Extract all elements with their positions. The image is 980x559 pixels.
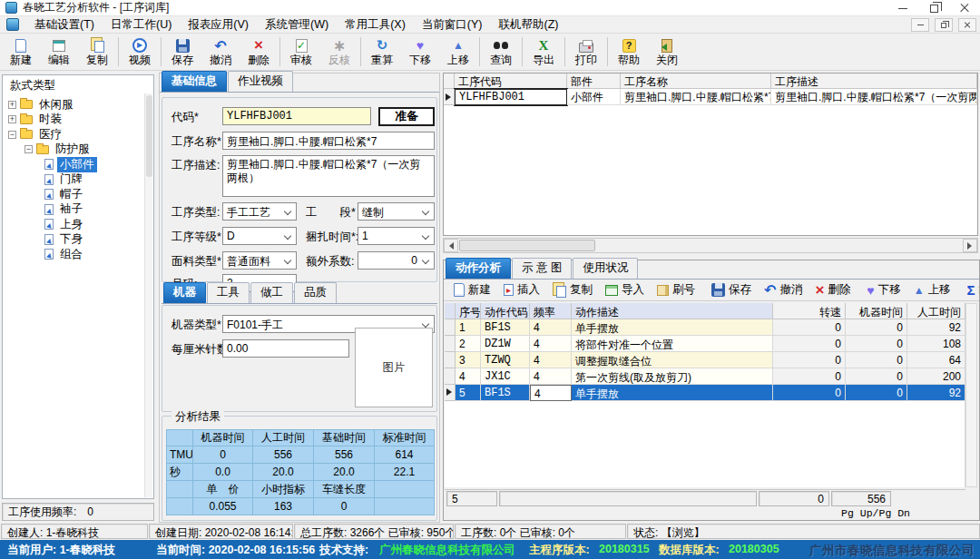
move-up-button[interactable]: ▲上移 xyxy=(439,34,477,70)
action-move-up-button[interactable]: ▲上移 xyxy=(907,280,957,299)
export-button[interactable]: X导出 xyxy=(524,34,563,70)
cell-action-desc[interactable]: 单手摆放 xyxy=(572,319,773,336)
tab-operation-video[interactable]: 作业视频 xyxy=(228,71,293,92)
cell-action-code[interactable]: JX1C xyxy=(481,368,530,385)
cell-frequency-editing[interactable]: 4 xyxy=(530,385,572,401)
expand-icon[interactable]: + xyxy=(8,101,16,109)
menu-online-help[interactable]: 联机帮助(Z) xyxy=(490,16,566,34)
mdi-close-button[interactable] xyxy=(958,18,976,32)
print-button[interactable]: 打印 xyxy=(567,34,605,70)
tab-basic-info[interactable]: 基础信息 xyxy=(162,71,227,92)
menu-reports[interactable]: 报表应用(V) xyxy=(180,16,257,34)
menu-common-tools[interactable]: 常用工具(X) xyxy=(337,16,414,34)
close-button[interactable] xyxy=(949,0,980,16)
undo-button[interactable]: ↶撤消 xyxy=(201,34,240,70)
action-new-button[interactable]: 新建 xyxy=(447,280,497,299)
collapse-icon[interactable]: − xyxy=(8,131,16,139)
action-delete-button[interactable]: ×删除 xyxy=(808,280,857,299)
cell-action-code[interactable]: TZWQ xyxy=(481,352,530,368)
new-button[interactable]: 新建 xyxy=(2,34,40,70)
edit-button[interactable]: 编辑 xyxy=(40,34,78,70)
menu-current-window[interactable]: 当前窗口(Y) xyxy=(414,16,491,34)
col-labor-time[interactable]: 人工时间 xyxy=(907,303,965,319)
move-down-button[interactable]: ♥下移 xyxy=(401,34,439,70)
col-component[interactable]: 部件 xyxy=(567,74,621,89)
close-window-button[interactable]: 关闭 xyxy=(648,34,686,70)
cell-speed[interactable]: 0 xyxy=(773,336,846,352)
collapse-icon[interactable]: − xyxy=(24,145,33,153)
minimize-button[interactable] xyxy=(887,0,918,16)
action-grid-vscrollbar[interactable] xyxy=(965,303,977,487)
cell-machine-time[interactable]: 0 xyxy=(846,336,907,352)
cell-action-desc[interactable]: 单手摆放 xyxy=(572,385,773,401)
tab-action-analysis[interactable]: 动作分析 xyxy=(446,258,511,279)
action-insert-button[interactable]: ▸插入 xyxy=(497,280,546,299)
cell-labor-time[interactable]: 64 xyxy=(907,352,965,368)
action-row[interactable]: 4 JX1C 4 第一次剪线(取及放剪刀) 0 0 200 xyxy=(445,368,965,385)
process-name-input[interactable]: 剪里袖口.脚口.中腰.帽口松紧*7 xyxy=(222,132,435,150)
cell-process-code[interactable]: YLFHFBJ001 xyxy=(455,89,567,105)
cell-labor-time[interactable]: 92 xyxy=(907,385,965,401)
cell-frequency[interactable]: 4 xyxy=(530,368,572,385)
cell-seq[interactable]: 2 xyxy=(456,336,481,352)
cell-action-code[interactable]: BF1S xyxy=(481,385,530,401)
cell-process-desc[interactable]: 剪里袖口.脚口.中腰.帽口松紧*7（一次剪两根） xyxy=(771,89,977,105)
action-row-selected[interactable]: 5 BF1S 4 单手摆放 0 0 92 xyxy=(445,385,965,401)
col-frequency[interactable]: 频率 xyxy=(530,303,572,319)
tab-schematic[interactable]: 示 意 图 xyxy=(512,258,572,279)
menu-daily-work[interactable]: 日常工作(U) xyxy=(103,16,180,34)
process-grid-row[interactable]: YLFHFBJ001 小部件 剪里袖口.脚口.中腰.帽口松紧*7 剪里袖口.脚口… xyxy=(444,89,977,105)
cell-speed[interactable]: 0 xyxy=(773,319,846,336)
cell-process-name[interactable]: 剪里袖口.脚口.中腰.帽口松紧*7 xyxy=(621,89,771,105)
fabric-type-select[interactable]: 普通面料 xyxy=(222,251,297,270)
cell-speed[interactable]: 0 xyxy=(773,385,846,401)
tab-usage-status[interactable]: 使用状况 xyxy=(573,258,638,279)
restore-button[interactable] xyxy=(918,0,949,16)
process-grid-hscrollbar[interactable] xyxy=(443,238,978,253)
cell-action-desc[interactable]: 第一次剪线(取及放剪刀) xyxy=(572,368,773,385)
delete-button[interactable]: ×删除 xyxy=(240,34,278,70)
cell-seq[interactable]: 3 xyxy=(456,352,481,368)
cell-component[interactable]: 小部件 xyxy=(567,89,621,105)
col-process-name[interactable]: 工序名称 xyxy=(621,74,771,89)
prepare-button[interactable]: 准备 xyxy=(378,107,435,126)
tree-item-medical[interactable]: −医疗 xyxy=(3,127,153,142)
action-copy-button[interactable]: 复制 xyxy=(546,280,599,299)
col-process-code[interactable]: 工序代码 xyxy=(455,74,567,89)
stitches-per-cm-input[interactable]: 0.00 xyxy=(222,339,349,358)
grade-select[interactable]: D xyxy=(222,227,297,245)
cell-machine-time[interactable]: 0 xyxy=(846,319,907,336)
tree-item-hat[interactable]: 帽子 xyxy=(3,187,153,202)
action-renumber-button[interactable]: 刷号 xyxy=(651,280,701,299)
cell-action-code[interactable]: DZ1W xyxy=(481,336,530,352)
help-button[interactable]: ?帮助 xyxy=(610,34,648,70)
tab-quality[interactable]: 品质 xyxy=(294,282,337,303)
code-input[interactable]: YLFHFBJ001 xyxy=(222,107,371,125)
scrollbar-thumb[interactable] xyxy=(459,240,595,251)
col-action-code[interactable]: 动作代码 xyxy=(481,303,530,319)
tab-tools[interactable]: 工具 xyxy=(207,282,250,303)
mdi-restore-button[interactable] xyxy=(935,18,953,32)
mdi-minimize-button[interactable] xyxy=(911,18,929,32)
cell-machine-time[interactable]: 0 xyxy=(846,368,907,385)
cell-machine-time[interactable]: 0 xyxy=(846,352,907,368)
tree-item-door-plate[interactable]: 门牌 xyxy=(3,172,153,188)
video-button[interactable]: ▶视频 xyxy=(121,34,159,70)
col-action-desc[interactable]: 动作描述 xyxy=(572,303,773,319)
scrollbar-thumb[interactable] xyxy=(146,95,152,177)
recalculate-button[interactable]: ↻重算 xyxy=(363,34,401,70)
cell-speed[interactable]: 0 xyxy=(773,352,846,368)
col-seq[interactable]: 序号 xyxy=(456,303,481,319)
menu-system-admin[interactable]: 系统管理(W) xyxy=(257,16,337,34)
process-desc-textarea[interactable]: 剪里袖口.脚口.中腰.帽口松紧*7（一次剪两根） xyxy=(222,155,435,197)
scroll-left-button[interactable] xyxy=(444,239,458,252)
tree-item-upper-body[interactable]: 上身 xyxy=(3,217,153,232)
scroll-right-button[interactable] xyxy=(963,239,977,252)
tree-item-lower-body[interactable]: 下身 xyxy=(3,232,153,248)
action-undo-button[interactable]: ↶撤消 xyxy=(758,280,808,299)
col-process-desc[interactable]: 工序描述 xyxy=(771,74,977,89)
tree-item-combination[interactable]: 组合 xyxy=(3,247,153,262)
cell-speed[interactable]: 0 xyxy=(773,368,846,385)
action-save-button[interactable]: 保存 xyxy=(705,280,758,299)
action-import-button[interactable]: 导入 xyxy=(599,280,651,299)
